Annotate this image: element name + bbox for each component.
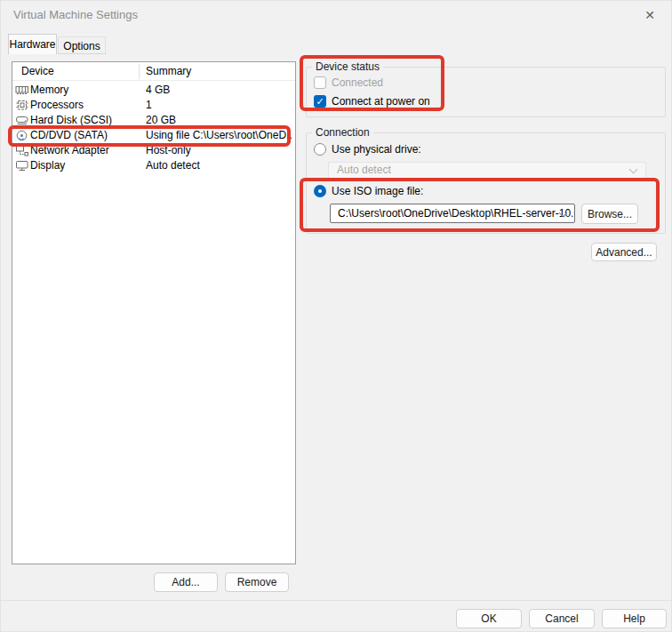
use-iso-image-label: Use ISO image file: <box>332 185 423 198</box>
browse-button[interactable]: Browse... <box>581 204 638 224</box>
table-row-processors[interactable]: Processors 1 <box>12 98 295 113</box>
device-name: Processors <box>30 98 84 113</box>
column-header-summary: Summary <box>146 62 191 81</box>
device-summary: Using file C:\Users\root\OneD... <box>146 128 292 143</box>
device-list-header: Device Summary <box>12 62 295 81</box>
network-icon <box>15 145 29 156</box>
cd-dvd-icon <box>15 130 29 141</box>
use-physical-drive-radio[interactable] <box>314 143 326 156</box>
device-summary: 20 GB <box>146 113 176 128</box>
table-row-cd-dvd[interactable]: CD/DVD (SATA) Using file C:\Users\root\O… <box>12 128 295 143</box>
ok-button[interactable]: OK <box>456 609 522 628</box>
device-name: Hard Disk (SCSI) <box>30 113 112 128</box>
table-row-network-adapter[interactable]: Network Adapter Host-only <box>12 143 295 158</box>
physical-drive-dropdown[interactable]: Auto detect <box>328 162 646 179</box>
device-name: CD/DVD (SATA) <box>30 128 108 143</box>
column-separator <box>139 64 140 79</box>
hard-disk-icon <box>15 115 29 126</box>
use-iso-image-radio[interactable] <box>314 185 326 197</box>
connected-checkbox-label: Connected <box>332 76 383 90</box>
add-button[interactable]: Add... <box>154 572 218 592</box>
use-physical-drive-label: Use physical drive: <box>332 143 421 156</box>
device-status-group: Device status <box>306 67 666 117</box>
dialog-title: Virtual Machine Settings <box>13 8 138 21</box>
device-list: Device Summary Memory 4 GB Processors 1 <box>12 61 296 564</box>
physical-drive-value: Auto detect <box>337 164 391 176</box>
tab-hardware[interactable]: Hardware <box>8 34 57 54</box>
device-summary: Host-only <box>146 143 191 158</box>
connect-at-power-on-label: Connect at power on <box>332 95 430 108</box>
connected-checkbox[interactable] <box>314 76 326 89</box>
table-row-memory[interactable]: Memory 4 GB <box>12 83 295 98</box>
bottom-separator <box>1 600 672 601</box>
display-icon <box>15 160 29 172</box>
advanced-button[interactable]: Advanced... <box>591 243 657 261</box>
processor-icon <box>15 100 29 111</box>
device-name: Memory <box>30 83 68 98</box>
table-row-display[interactable]: Display Auto detect <box>12 158 295 173</box>
device-status-group-label: Device status <box>312 60 383 73</box>
close-icon[interactable]: ✕ <box>640 6 660 24</box>
iso-path-combobox[interactable]: C:\Users\root\OneDrive\Desktop\RHEL-serv… <box>330 204 575 223</box>
iso-path-value: C:\Users\root\OneDrive\Desktop\RHEL-serv… <box>338 207 575 220</box>
device-summary: 1 <box>146 98 152 113</box>
connect-at-power-on-checkbox[interactable]: ✓ <box>314 95 326 108</box>
memory-icon <box>15 84 29 96</box>
device-name: Network Adapter <box>30 143 109 158</box>
tab-options[interactable]: Options <box>58 36 106 54</box>
device-summary: 4 GB <box>146 83 170 98</box>
chevron-down-icon <box>629 165 638 174</box>
virtual-machine-settings-dialog: Virtual Machine Settings ✕ Hardware Opti… <box>0 0 672 632</box>
help-button[interactable]: Help <box>602 609 667 628</box>
table-row-hard-disk[interactable]: Hard Disk (SCSI) 20 GB <box>12 113 295 128</box>
connection-group-label: Connection <box>312 126 373 139</box>
column-header-device: Device <box>21 62 54 81</box>
cancel-button[interactable]: Cancel <box>529 609 595 628</box>
device-summary: Auto detect <box>146 158 200 173</box>
remove-button[interactable]: Remove <box>225 572 289 592</box>
device-rows: Memory 4 GB Processors 1 Hard Disk (SCSI… <box>12 83 295 173</box>
device-name: Display <box>30 158 65 173</box>
